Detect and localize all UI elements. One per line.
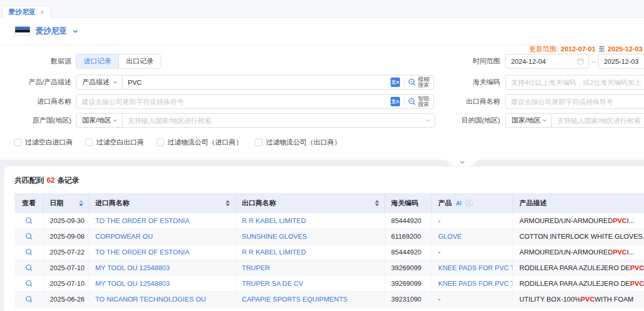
export-records-option[interactable]: 出口记录 xyxy=(118,54,161,68)
exporter-sort-button[interactable] xyxy=(375,200,379,206)
exporter-link[interactable]: TRUPER SA DE CV xyxy=(242,280,303,287)
checkbox-icon xyxy=(14,139,21,146)
results-card: 共匹配到 62 条记录 查看 日期 进口商名称 出口商名称 xyxy=(4,166,644,311)
date-sort-button[interactable] xyxy=(79,200,83,206)
update-range-from: 2012-07-01 xyxy=(561,45,596,53)
product-cell[interactable]: GLOVE xyxy=(432,229,513,244)
hs-code-label: 海关编码 xyxy=(435,77,505,87)
view-record-button[interactable] xyxy=(15,292,43,307)
exporter-link[interactable]: R R KABEL LIMITED xyxy=(242,248,306,256)
collapse-panel-handle[interactable] xyxy=(446,160,479,166)
hs-code-cell: 39231090 xyxy=(385,292,432,307)
destination-country-input[interactable] xyxy=(552,117,644,125)
exporter-row: 出口商名称 xyxy=(435,94,644,109)
translate-icon[interactable]: 文A xyxy=(391,97,400,106)
origin-country-input[interactable] xyxy=(123,117,421,125)
smart-search-button[interactable]: 智能搜索 xyxy=(408,96,429,107)
product-cell: - xyxy=(432,245,513,260)
origin-country-select[interactable]: 国家/地区 xyxy=(76,114,123,127)
view-record-button[interactable] xyxy=(15,213,43,228)
product-cell: - xyxy=(432,213,513,228)
chevron-down-icon[interactable] xyxy=(72,28,79,35)
importer-label: 进口商名称 xyxy=(0,97,76,106)
view-record-button[interactable] xyxy=(15,276,43,291)
translate-icon[interactable]: 文A xyxy=(391,77,400,87)
time-to-input[interactable] xyxy=(598,58,644,65)
table-row: 2025-07-10 MY TOOL OU 12548803 TRUPER SA… xyxy=(15,276,644,292)
date-cell: 2025-09-30 xyxy=(43,213,89,228)
importer-link[interactable]: TO THE ORDER OF ESTONIA xyxy=(95,217,190,225)
title-bar: 爱沙尼亚 xyxy=(0,18,644,45)
exporter-link[interactable]: CAPAPIE SPORTS EQUIPMENTS xyxy=(242,295,348,303)
results-count: 62 xyxy=(47,176,55,185)
desc-cell: ARMOURED/UN-ARMOURED PVC I... xyxy=(513,245,644,260)
hs-code-input[interactable] xyxy=(506,79,644,86)
table-header: 查看 日期 进口商名称 出口商名称 海关编码 产品 xyxy=(15,193,644,213)
importer-input[interactable] xyxy=(76,98,386,106)
column-hs-code: 海关编码 xyxy=(385,193,432,213)
time-from-input[interactable] xyxy=(506,58,573,65)
filter-logistics-importer-checkbox[interactable]: 过滤物流公司（进口商） xyxy=(157,138,242,147)
filter-logistics-exporter-checkbox[interactable]: 过滤物流公司（出口商） xyxy=(255,138,341,147)
tab-label: 爱沙尼亚 xyxy=(8,7,36,17)
table-row: 2025-07-10 MY TOOL OU 12548803 TRUPER 39… xyxy=(15,260,644,276)
destination-country-row: 目的国(地区) 国家/地区 xyxy=(435,113,644,128)
hs-code-cell: 85444920 xyxy=(385,213,432,228)
view-record-button[interactable] xyxy=(15,245,43,260)
date-cell: 2025-09-08 xyxy=(43,229,89,244)
time-to-field xyxy=(598,54,644,69)
exporter-link[interactable]: R R KABEL LIMITED xyxy=(242,217,306,225)
checkbox-icon xyxy=(157,139,164,146)
magnifier-icon xyxy=(25,280,33,287)
importer-link[interactable]: TO THE ORDER OF ESTONIA xyxy=(95,248,190,256)
product-type-select[interactable]: 产品描述 xyxy=(76,75,123,89)
update-range-to-word: 至 xyxy=(598,45,605,54)
filter-blank-importer-checkbox[interactable]: 过滤空白进口商 xyxy=(14,138,73,147)
hs-code-cell: 39269099 xyxy=(385,276,432,291)
destination-country-select[interactable]: 国家/地区 xyxy=(506,114,552,127)
import-records-option[interactable]: 进口记录 xyxy=(76,54,118,68)
calendar-icon[interactable] xyxy=(573,58,589,65)
filter-blank-exporter-checkbox[interactable]: 过滤空白出口商 xyxy=(85,138,144,147)
estonia-flag-icon xyxy=(15,26,30,36)
table-row: 2025-09-08 CORPOWEAR OU SUNSHINE GLOVES … xyxy=(15,229,644,245)
chevron-down-icon[interactable] xyxy=(425,118,430,123)
importer-sort-button[interactable] xyxy=(226,200,230,206)
importer-suffix: 文A 智能搜索 xyxy=(386,96,434,107)
divider xyxy=(404,78,404,86)
table-row: 2025-06-26 TO NICANOR TECHNOLOGIES OU CA… xyxy=(15,292,644,307)
tab-close-icon[interactable]: × xyxy=(40,9,45,16)
origin-country-row: 原产国(地区) 国家/地区 xyxy=(0,113,435,128)
country-title[interactable]: 爱沙尼亚 xyxy=(36,26,67,36)
magnifier-icon xyxy=(25,232,33,240)
date-range-separator: – xyxy=(592,58,595,65)
product-cell[interactable]: KNEE PADS FOR PVC T... xyxy=(432,276,513,291)
view-record-button[interactable] xyxy=(15,260,43,275)
chevron-down-icon xyxy=(113,118,118,123)
time-range-row: 时间范围 – xyxy=(435,54,644,69)
destination-select-value: 国家/地区 xyxy=(512,116,541,125)
product-cell[interactable]: KNEE PADS FOR PVC T... xyxy=(432,260,513,275)
importer-link[interactable]: MY TOOL OU 12548803 xyxy=(95,280,170,287)
trade-data-page: 爱沙尼亚 × 爱沙尼亚 更新范围: 2012-07-01 至 2025-12-0… xyxy=(0,0,644,311)
table-body: 2025-09-30 TO THE ORDER OF ESTONIA R R K… xyxy=(15,213,644,307)
desc-cell: UTILITY BOX-100% PVC WITH FOAM xyxy=(513,292,644,307)
importer-row: 进口商名称 文A 智能搜索 xyxy=(0,94,434,109)
exporter-link[interactable]: TRUPER xyxy=(242,264,270,272)
importer-link[interactable]: TO NICANOR TECHNOLOGIES OU xyxy=(95,295,206,303)
desc-cell: RODILLERA PARA AZULEJERO DE PVC xyxy=(513,260,644,275)
column-importer: 进口商名称 xyxy=(89,193,236,213)
tab-estonia[interactable]: 爱沙尼亚 × xyxy=(2,6,51,18)
exporter-input[interactable] xyxy=(506,98,644,106)
datasource-row: 数据源 进口记录 出口记录 xyxy=(0,54,161,69)
view-record-button[interactable] xyxy=(15,229,43,244)
exporter-link[interactable]: SUNSHINE GLOVES xyxy=(242,232,307,240)
importer-link[interactable]: MY TOOL OU 12548803 xyxy=(95,264,170,272)
product-input[interactable] xyxy=(123,79,386,86)
info-icon[interactable]: i xyxy=(465,199,473,207)
fuzzy-search-button[interactable]: 模糊搜索 xyxy=(408,76,429,88)
time-range-label: 时间范围 xyxy=(435,57,505,66)
importer-link[interactable]: CORPOWEAR OU xyxy=(95,232,153,240)
hs-code-cell: 39269099 xyxy=(385,260,432,275)
hs-code-row: 海关编码 xyxy=(435,75,644,90)
